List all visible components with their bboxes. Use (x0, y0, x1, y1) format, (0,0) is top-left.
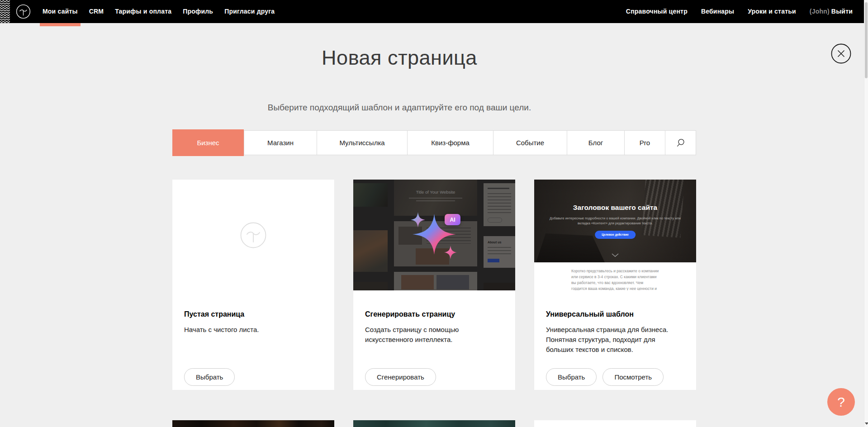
scrollbar (864, 0, 868, 427)
preview-body: Коротко представьтесь и расскажите о ком… (534, 262, 696, 290)
template-card-universal: Заголовок вашего сайта Добавьте интересн… (534, 180, 696, 390)
blank-page-preview[interactable] (172, 180, 334, 290)
page-subtitle: Выберите подходящий шаблон и адаптируйте… (0, 103, 799, 113)
ai-sparkle-icon (353, 180, 515, 290)
nav-item-webinars[interactable]: Вебинары (701, 0, 734, 23)
card-title: Сгенерировать страницу (365, 310, 455, 318)
select-button[interactable]: Выбрать (546, 368, 597, 386)
preview-body-text: Коротко представьтесь и расскажите о ком… (571, 268, 659, 290)
universal-template-preview[interactable]: Заголовок вашего сайта Добавьте интересн… (534, 180, 696, 290)
template-cards-row-2 (172, 420, 696, 427)
card-description: Создать страницу с помощью искусственног… (365, 325, 503, 345)
tab-search[interactable] (665, 131, 696, 155)
template-card-partial[interactable] (534, 420, 696, 427)
preview-hero-subtitle: Добавьте интересные подробности о вашей … (549, 216, 681, 226)
nav-item-logout[interactable]: (John) Выйти (810, 0, 853, 23)
card-description: Начать с чистого листа. (184, 325, 259, 335)
tilda-logo[interactable] (16, 4, 31, 19)
tab-blog[interactable]: Блог (567, 131, 624, 155)
nav-item-lessons-articles[interactable]: Уроки и статьи (748, 0, 796, 23)
nav-item-help-center[interactable]: Справочный центр (626, 0, 688, 23)
secondary-menu: Справочный центр Вебинары Уроки и статьи… (626, 0, 853, 23)
template-card-blank: Пустая страница Начать с чистого листа. … (172, 180, 334, 390)
help-button[interactable]: ? (827, 388, 855, 416)
card-actions: Сгенерировать (365, 368, 436, 386)
generate-button[interactable]: Сгенерировать (365, 368, 436, 386)
tilda-logo-icon (16, 4, 31, 19)
preview-hero-title: Заголовок вашего сайта (534, 204, 696, 212)
nav-item-profile[interactable]: Профиль (183, 0, 213, 23)
zigzag-pattern-decoration (0, 0, 10, 23)
card-body: Универсальный шаблон Универсальная стран… (534, 290, 696, 390)
search-icon (676, 138, 686, 148)
card-body: Пустая страница Начать с чистого листа. … (172, 290, 334, 390)
nav-item-label: Мои сайты (43, 8, 78, 15)
tilda-logo-watermark-icon (240, 222, 267, 249)
tab-shop[interactable]: Магазин (244, 131, 317, 155)
app-window: Мои сайты CRM Тарифы и оплата Профиль Пр… (0, 0, 868, 427)
main-menu: Мои сайты CRM Тарифы и оплата Профиль Пр… (43, 0, 275, 23)
template-category-tabs: Бизнес Магазин Мультиссылка Квиз-форма С… (172, 130, 696, 155)
nav-item-crm[interactable]: CRM (89, 0, 104, 23)
close-icon (831, 43, 851, 64)
card-actions: Выбрать (184, 368, 235, 386)
template-card-partial[interactable] (172, 420, 334, 427)
close-button[interactable] (831, 43, 851, 64)
template-card-partial[interactable] (353, 420, 515, 427)
template-card-ai-generate: Title of Your Website (353, 180, 515, 390)
template-cards-row: Пустая страница Начать с чистого листа. … (172, 180, 696, 390)
preview-hero-cta-button: Целевое действие (595, 231, 636, 239)
tab-pro[interactable]: Pro (624, 131, 665, 155)
nav-item-my-sites[interactable]: Мои сайты (43, 0, 78, 23)
zigzag-icon (0, 0, 10, 23)
card-body: Сгенерировать страницу Создать страницу … (353, 290, 515, 390)
top-navigation: Мои сайты CRM Тарифы и оплата Профиль Пр… (0, 0, 868, 23)
scrollbar-down-arrow[interactable] (864, 422, 868, 426)
view-button[interactable]: Посмотреть (602, 368, 664, 386)
tab-quiz-form[interactable]: Квиз-форма (407, 131, 493, 155)
scrollbar-thumb[interactable] (865, 2, 868, 78)
nav-item-invite-friend[interactable]: Пригласи друга (224, 0, 275, 23)
card-description: Универсальная страница для бизнеса. Поня… (546, 325, 684, 355)
ai-badge: AI (445, 214, 460, 225)
chevron-down-icon (612, 251, 619, 259)
active-nav-underline (40, 23, 81, 26)
card-title: Универсальный шаблон (546, 310, 634, 318)
logout-label: Выйти (831, 8, 853, 15)
nav-item-tariffs-payment[interactable]: Тарифы и оплата (115, 0, 171, 23)
select-button[interactable]: Выбрать (184, 368, 235, 386)
tab-event[interactable]: Событие (493, 131, 567, 155)
card-title: Пустая страница (184, 310, 244, 318)
user-name: (John) (810, 8, 830, 15)
tab-multilink[interactable]: Мультиссылка (317, 131, 407, 155)
preview-hero: Заголовок вашего сайта Добавьте интересн… (534, 180, 696, 262)
ai-generate-preview[interactable]: Title of Your Website (353, 180, 515, 290)
tab-business[interactable]: Бизнес (172, 129, 244, 156)
page-title: Новая страница (0, 46, 799, 70)
card-actions: Выбрать Посмотреть (546, 368, 664, 386)
